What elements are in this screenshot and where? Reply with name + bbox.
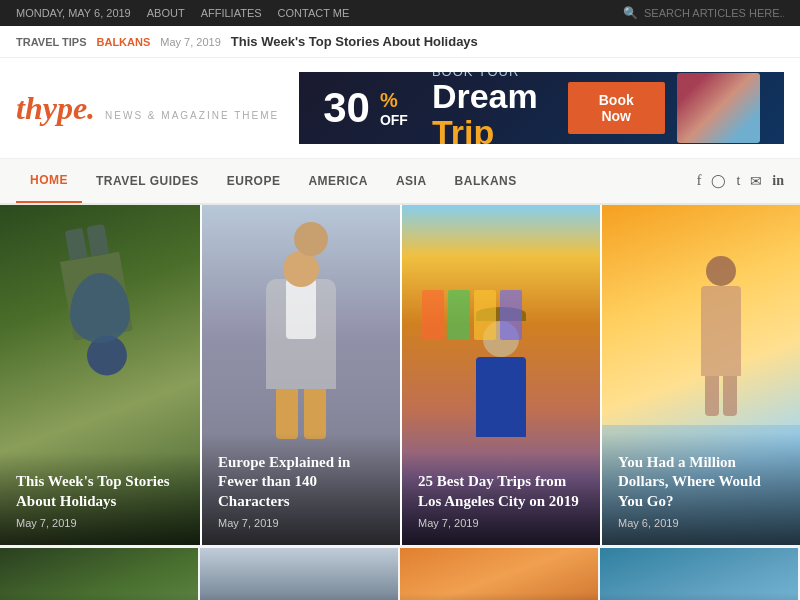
banner-off-text: OFF: [380, 112, 408, 128]
top-bar-contact[interactable]: CONTACT ME: [278, 7, 350, 19]
card-overlay-2: Europe Explained in Fewer than 140 Chara…: [202, 433, 400, 546]
bottom-thumbnails: [0, 545, 800, 600]
card-date-2: May 7, 2019: [218, 517, 384, 529]
card-title-2: Europe Explained in Fewer than 140 Chara…: [218, 453, 384, 512]
nav-item-asia[interactable]: ASIA: [382, 160, 441, 202]
twitter-icon[interactable]: t: [736, 173, 740, 189]
top-bar-about[interactable]: ABOUT: [147, 7, 185, 19]
banner-center: BOOK YOUR Dream Trip: [432, 72, 568, 144]
logo-area: thype. NEWS & MAGAZINE THEME: [16, 90, 279, 127]
banner-cta-button[interactable]: Book Now: [568, 82, 665, 134]
facebook-icon[interactable]: f: [697, 173, 702, 189]
banner-dream-trip: Dream Trip: [432, 79, 568, 144]
instagram-icon[interactable]: ◯: [711, 173, 726, 189]
card-title-1: This Week's Top Stories About Holidays: [16, 472, 184, 511]
card-date-1: May 7, 2019: [16, 517, 184, 529]
nav-social: f ◯ t ✉ in: [697, 173, 784, 190]
banner-percent-number: 30: [323, 87, 370, 129]
thumbnail-2[interactable]: [200, 548, 400, 600]
banner-right: Book Now: [568, 73, 760, 143]
article-card-1[interactable]: This Week's Top Stories About Holidays M…: [0, 205, 200, 545]
ticker-title: This Week's Top Stories About Holidays: [231, 34, 478, 49]
top-bar-left: MONDAY, MAY 6, 2019 ABOUT AFFILIATES CON…: [16, 7, 349, 19]
banner-discount: 30 % OFF BOOK YOUR Dream Trip: [323, 72, 568, 144]
banner-pct-sign: %: [380, 89, 398, 112]
top-bar-right: 🔍: [623, 6, 784, 20]
search-input[interactable]: [644, 7, 784, 19]
article-card-3[interactable]: 25 Best Day Trips from Los Angeles City …: [400, 205, 600, 545]
card-title-4: You Had a Million Dollars, Where Would Y…: [618, 453, 784, 512]
article-card-4[interactable]: You Had a Million Dollars, Where Would Y…: [600, 205, 800, 545]
card-title-3: 25 Best Day Trips from Los Angeles City …: [418, 472, 584, 511]
top-bar-date: MONDAY, MAY 6, 2019: [16, 7, 131, 19]
ticker-tag: TRAVEL TIPS: [16, 36, 87, 48]
top-bar-affiliates[interactable]: AFFILIATES: [201, 7, 262, 19]
card-overlay-3: 25 Best Day Trips from Los Angeles City …: [402, 452, 600, 545]
linkedin-icon[interactable]: in: [772, 173, 784, 189]
ticker-bar: TRAVEL TIPS BALKANS May 7, 2019 This Wee…: [0, 26, 800, 58]
card-date-3: May 7, 2019: [418, 517, 584, 529]
ticker-highlight[interactable]: BALKANS: [97, 36, 151, 48]
banner-off-area: % OFF: [380, 89, 408, 128]
card-date-4: May 6, 2019: [618, 517, 784, 529]
nav-item-home[interactable]: HOME: [16, 159, 82, 203]
nav-item-balkans[interactable]: BALKANS: [441, 160, 531, 202]
email-icon[interactable]: ✉: [750, 173, 762, 190]
top-bar: MONDAY, MAY 6, 2019 ABOUT AFFILIATES CON…: [0, 0, 800, 26]
banner-image: [677, 73, 760, 143]
nav-item-travel-guides[interactable]: TRAVEL GUIDES: [82, 160, 213, 202]
nav-links: HOME TRAVEL GUIDES EUROPE AMERICA ASIA B…: [16, 159, 531, 203]
card-overlay-4: You Had a Million Dollars, Where Would Y…: [602, 433, 800, 546]
thumbnail-1[interactable]: [0, 548, 200, 600]
nav-bar: HOME TRAVEL GUIDES EUROPE AMERICA ASIA B…: [0, 159, 800, 205]
thumbnail-4[interactable]: [600, 548, 800, 600]
nav-item-america[interactable]: AMERICA: [294, 160, 382, 202]
thumbnail-3[interactable]: [400, 548, 600, 600]
ticker-date: May 7, 2019: [160, 36, 221, 48]
article-card-2[interactable]: Europe Explained in Fewer than 140 Chara…: [200, 205, 400, 545]
nav-item-europe[interactable]: EUROPE: [213, 160, 295, 202]
banner-ad: 30 % OFF BOOK YOUR Dream Trip Book Now: [299, 72, 784, 144]
site-tagline: NEWS & MAGAZINE THEME: [105, 110, 279, 121]
site-logo[interactable]: thype.: [16, 90, 95, 127]
search-icon: 🔍: [623, 6, 638, 20]
card-overlay-1: This Week's Top Stories About Holidays M…: [0, 452, 200, 545]
site-header: thype. NEWS & MAGAZINE THEME 30 % OFF BO…: [0, 58, 800, 159]
article-grid: This Week's Top Stories About Holidays M…: [0, 205, 800, 545]
